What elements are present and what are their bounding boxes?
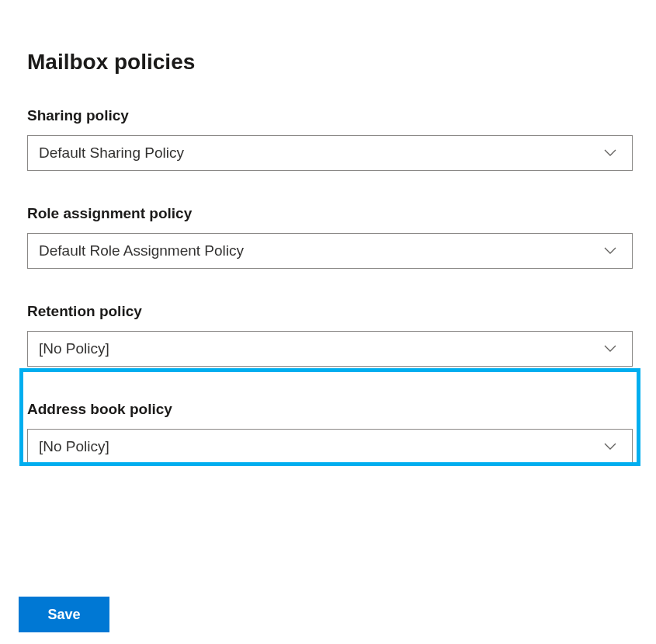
sharing-policy-dropdown[interactable]: Default Sharing Policy — [27, 135, 633, 171]
address-book-policy-label: Address book policy — [27, 401, 633, 418]
chevron-down-icon — [599, 142, 621, 164]
page-title: Mailbox policies — [27, 50, 633, 75]
sharing-policy-label: Sharing policy — [27, 107, 633, 124]
address-book-policy-value: [No Policy] — [39, 438, 599, 455]
role-assignment-policy-label: Role assignment policy — [27, 205, 633, 222]
sharing-policy-value: Default Sharing Policy — [39, 144, 599, 162]
address-book-policy-group: Address book policy [No Policy] — [27, 401, 633, 465]
sharing-policy-group: Sharing policy Default Sharing Policy — [27, 107, 633, 171]
role-assignment-policy-dropdown[interactable]: Default Role Assignment Policy — [27, 233, 633, 269]
address-book-policy-dropdown[interactable]: [No Policy] — [27, 429, 633, 465]
chevron-down-icon — [599, 436, 621, 458]
role-assignment-policy-group: Role assignment policy Default Role Assi… — [27, 205, 633, 269]
retention-policy-label: Retention policy — [27, 303, 633, 320]
chevron-down-icon — [599, 338, 621, 360]
retention-policy-dropdown[interactable]: [No Policy] — [27, 331, 633, 367]
role-assignment-policy-value: Default Role Assignment Policy — [39, 242, 599, 259]
retention-policy-value: [No Policy] — [39, 340, 599, 357]
chevron-down-icon — [599, 240, 621, 262]
save-button[interactable]: Save — [19, 597, 109, 632]
retention-policy-group: Retention policy [No Policy] — [27, 303, 633, 367]
mailbox-policies-container: Mailbox policies Sharing policy Default … — [0, 0, 656, 465]
